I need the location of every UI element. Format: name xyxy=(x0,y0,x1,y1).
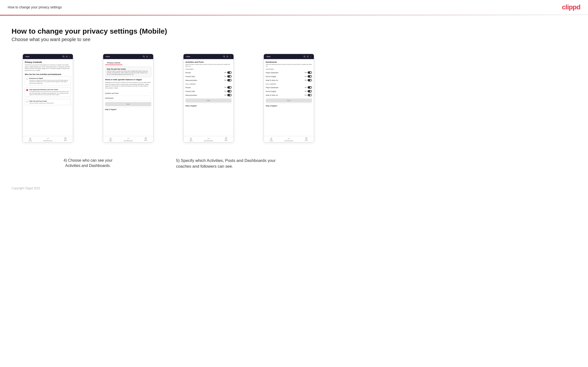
coaches-drills-toggle[interactable]: ON xyxy=(224,75,232,78)
followers-rounds-label: Rounds xyxy=(185,87,191,88)
followers-drills-toggle[interactable]: ON xyxy=(224,90,232,92)
coaches-player-toggle[interactable]: ON xyxy=(305,71,312,74)
back-button-2[interactable]: ‹ Back xyxy=(105,56,110,57)
svg-point-15 xyxy=(150,57,151,58)
help-section-3: Help & Support xyxy=(185,103,232,108)
who-can-see-title: Who Can See Your Activities and Dashboar… xyxy=(25,74,71,75)
back-button-4[interactable]: ‹ Back xyxy=(266,56,270,57)
radio-everyone[interactable]: Everyone on Clippd Everyone on Clippd ca… xyxy=(25,76,71,86)
radio-label-coach: Only You and Your Coach xyxy=(29,100,54,102)
header-icons-4 xyxy=(303,56,312,58)
dashboards-desc-4: Select the dashboards that you'd like to… xyxy=(266,64,312,67)
performance-icon-3 xyxy=(207,137,210,140)
tab-label-performance-2: My Performance xyxy=(124,140,133,142)
tab-performance-4[interactable]: My Performance xyxy=(285,137,294,142)
radio-desc-coach: Only you and the coaches you connect wit… xyxy=(29,102,54,104)
svg-point-23 xyxy=(230,56,231,56)
coaches-what-to-work-toggle-switch[interactable] xyxy=(308,79,312,81)
radio-coach-only[interactable]: Only You and Your Coach Only you and the… xyxy=(25,99,71,105)
privacy-controls-title: Privacy Controls xyxy=(25,61,71,63)
coaches-drills-label: Practice Drills xyxy=(185,76,195,77)
show-hide-desc: Regardless of the privacy controls that … xyxy=(105,82,151,89)
followers-what-to-work-toggle[interactable]: ON xyxy=(305,94,312,96)
tab-home-4[interactable]: Home xyxy=(270,137,273,142)
svg-point-3 xyxy=(70,56,70,56)
radio-approved[interactable]: Only Approved Followers and Your Coach O… xyxy=(25,87,71,97)
logo: clippd xyxy=(562,3,580,11)
followers-player-toggle[interactable]: ON xyxy=(305,86,312,89)
followers-rounds-toggle-switch[interactable] xyxy=(227,86,232,89)
dashboards-row[interactable]: Dashboards › xyxy=(105,96,151,101)
save-button-4[interactable]: Save xyxy=(266,99,312,103)
svg-rect-16 xyxy=(110,139,111,140)
coaches-drills-toggle-switch[interactable] xyxy=(227,75,232,78)
tab-performance-3[interactable]: My Performance xyxy=(204,137,213,142)
svg-line-1 xyxy=(64,57,65,58)
privacy-desc: Control how you and your data appears to… xyxy=(25,64,71,72)
coaches-round-insights-toggle[interactable]: ON xyxy=(305,75,312,78)
coaches-round-insights-toggle-switch[interactable] xyxy=(308,75,312,78)
more-icon-2 xyxy=(149,56,151,58)
followers-what-to-work-toggle-switch[interactable] xyxy=(308,94,312,96)
coaches-rounds-toggle[interactable]: ON xyxy=(224,71,232,74)
performance-icon-2 xyxy=(127,137,129,140)
tab-menu-1[interactable]: Menu xyxy=(64,137,67,142)
tab-home-2[interactable]: Home xyxy=(109,137,112,142)
info-box-title-2: Only You and Your Coach xyxy=(107,68,150,70)
tab-label-home-3: Home xyxy=(189,140,192,142)
top-bar-title: How to change your privacy settings xyxy=(8,5,62,9)
coaches-rounds-toggle-switch[interactable] xyxy=(227,71,232,74)
radio-circle-coach xyxy=(26,101,28,103)
menu-icon-1 xyxy=(64,137,67,139)
tab-performance-1[interactable]: My Performance xyxy=(43,137,52,142)
phone-header-4: ‹ Back xyxy=(264,54,314,59)
save-button-2[interactable]: Save xyxy=(105,102,151,106)
step5-caption: 5) Specify which Activities, Posts and D… xyxy=(176,158,277,169)
coaches-rounds-label: Rounds xyxy=(185,72,191,74)
back-button-3[interactable]: ‹ Back xyxy=(185,56,190,57)
activities-posts-row[interactable]: Activities and Posts › xyxy=(105,91,151,96)
svg-point-14 xyxy=(150,57,151,57)
coaches-manual-toggle[interactable]: ON xyxy=(224,79,232,81)
svg-point-30 xyxy=(304,56,305,57)
tab-home-3[interactable]: Home xyxy=(189,137,192,142)
svg-point-13 xyxy=(150,56,151,56)
tab-performance-2[interactable]: My Performance xyxy=(124,137,133,142)
tab-label-home-1: Home xyxy=(29,140,32,142)
svg-point-0 xyxy=(63,56,64,57)
more-icon-4 xyxy=(310,56,312,58)
followers-manual-toggle[interactable]: ON xyxy=(224,94,232,96)
coaches-manual-row: Manual Activities ON xyxy=(185,78,232,82)
tab-home-1[interactable]: Home xyxy=(29,137,32,142)
svg-point-34 xyxy=(311,57,311,57)
back-button-1[interactable]: ‹ Back xyxy=(25,56,30,57)
followers-drills-toggle-switch[interactable] xyxy=(227,90,232,92)
tab-label-home-2: Home xyxy=(109,140,112,142)
phone-body-3: Activities and Posts Select the types of… xyxy=(183,59,233,136)
followers-player-toggle-switch[interactable] xyxy=(308,86,312,89)
followers-player-dashboard-label: Player Dashboard xyxy=(266,87,278,88)
save-button-3[interactable]: Save xyxy=(185,99,232,103)
coaches-player-toggle-switch[interactable] xyxy=(308,71,312,74)
svg-point-20 xyxy=(224,56,225,57)
chevron-right-activities: › xyxy=(151,92,151,94)
home-icon-2 xyxy=(109,137,112,140)
privacy-tab-2[interactable]: Privacy Controls xyxy=(105,61,122,65)
search-icon-1 xyxy=(62,56,65,58)
phone-tab-bar-4: Home My Performance Menu xyxy=(264,136,314,142)
tab-menu-3[interactable]: Menu xyxy=(225,137,228,142)
tab-menu-4[interactable]: Menu xyxy=(305,137,308,142)
tab-menu-2[interactable]: Menu xyxy=(144,137,147,142)
followers-round-insights-toggle[interactable]: ON xyxy=(305,90,312,92)
followers-manual-toggle-switch[interactable] xyxy=(227,94,232,96)
tab-label-menu-2: Menu xyxy=(144,140,147,141)
more-icon-1 xyxy=(69,56,71,58)
person-icon-2 xyxy=(146,56,148,58)
radio-content-approved: Only Approved Followers and Your Coach O… xyxy=(29,89,69,96)
coaches-what-to-work-toggle[interactable]: ON xyxy=(305,79,312,81)
radio-label-approved: Only Approved Followers and Your Coach xyxy=(29,89,69,90)
followers-rounds-toggle[interactable]: ON xyxy=(224,86,232,89)
home-icon-4 xyxy=(270,137,272,140)
followers-round-insights-toggle-switch[interactable] xyxy=(308,90,312,92)
coaches-manual-toggle-switch[interactable] xyxy=(227,79,232,81)
